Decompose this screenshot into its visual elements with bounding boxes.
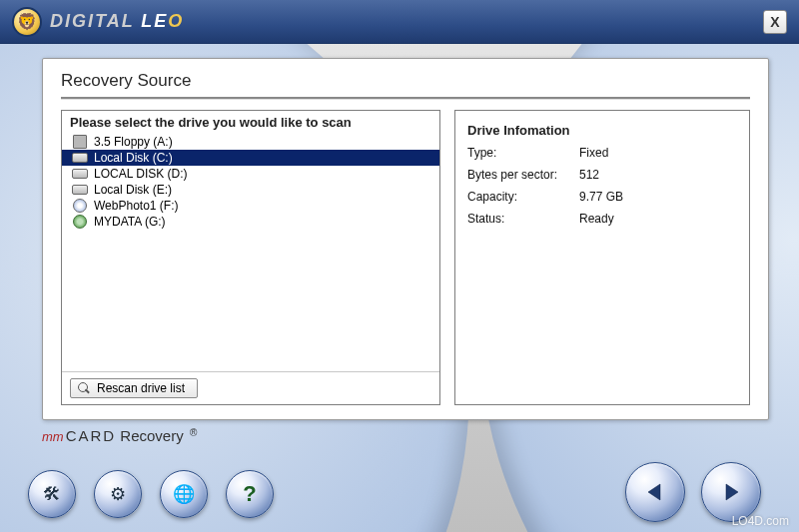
brand-name: DIGITAL LEO [50,11,184,32]
rescan-button[interactable]: Rescan drive list [70,378,198,398]
logo-icon: 🦁 [12,7,42,37]
drive-label: 3.5 Floppy (A:) [94,135,173,149]
panel-content: Please select the drive you would like t… [61,110,750,405]
info-list: Type: Fixed Bytes per sector: 512 Capaci… [467,140,737,226]
next-button[interactable] [701,462,761,522]
product-rest: Recovery [116,427,188,444]
drive-item[interactable]: MYDATA (G:) [62,214,439,230]
disk-icon [72,183,88,197]
disk-icon [72,167,88,181]
rescan-bar: Rescan drive list [62,371,439,404]
gear-icon: ⚙ [110,483,126,505]
floppy-icon [72,135,88,149]
drive-select-box: Please select the drive you would like t… [61,110,440,405]
rescan-label: Rescan drive list [97,381,185,395]
drive-label: WebPhoto1 (F:) [94,199,178,213]
info-header: Drive Infomation [467,119,737,140]
svg-marker-1 [726,484,738,500]
search-icon [77,381,91,395]
drive-item[interactable]: Local Disk (E:) [62,182,439,198]
info-value: Ready [579,212,614,226]
disk-icon [72,151,88,165]
title-bar: 🦁 DIGITAL LEO X [0,0,799,44]
watermark: LO4D.com [732,514,789,528]
brand-part1: DIGITAL [50,11,141,31]
help-button[interactable]: ? [226,470,274,518]
tools-button[interactable]: 🛠 [28,470,76,518]
drive-prompt: Please select the drive you would like t… [62,111,439,132]
product-name: mmCARD Recovery ® [42,427,197,444]
info-row-bps: Bytes per sector: 512 [467,168,737,182]
brand-part2: LE [141,11,168,31]
drive-item[interactable]: 3.5 Floppy (A:) [62,134,439,150]
info-key: Bytes per sector: [467,168,579,182]
help-icon: ? [243,481,256,507]
settings-button[interactable]: ⚙ [94,470,142,518]
drive-label: LOCAL DISK (D:) [94,167,188,181]
main-panel: Recovery Source Please select the drive … [42,58,769,420]
info-value: 9.77 GB [579,190,623,204]
drive-info-box: Drive Infomation Type: Fixed Bytes per s… [454,110,750,405]
close-button[interactable]: X [763,10,787,34]
info-value: Fixed [579,146,608,160]
drive-label: Local Disk (C:) [94,151,173,165]
product-mm: mm [42,429,64,444]
info-value: 512 [579,168,599,182]
wrench-icon: 🛠 [43,484,61,505]
close-icon: X [770,14,779,30]
info-row-type: Type: Fixed [467,146,737,160]
registered-icon: ® [190,427,197,438]
drive-label: MYDATA (G:) [94,215,166,229]
info-key: Status: [467,212,579,226]
info-key: Type: [467,146,579,160]
prev-button[interactable] [625,462,685,522]
drive-item[interactable]: WebPhoto1 (F:) [62,198,439,214]
drive-list[interactable]: 3.5 Floppy (A:)Local Disk (C:)LOCAL DISK… [62,132,439,371]
product-card: CARD [66,427,117,444]
brand-part3: O [168,11,184,31]
info-row-status: Status: Ready [467,212,737,226]
drive-item[interactable]: LOCAL DISK (D:) [62,166,439,182]
net-icon [72,215,88,229]
info-key: Capacity: [467,190,579,204]
cd-icon [72,199,88,213]
panel-title: Recovery Source [61,71,750,91]
arrow-left-icon [643,480,667,504]
globe-icon: 🌐 [173,483,195,505]
update-button[interactable]: 🌐 [160,470,208,518]
nav-buttons [625,462,761,522]
bottom-toolbar: 🛠 ⚙ 🌐 ? [28,470,274,518]
info-row-capacity: Capacity: 9.77 GB [467,190,737,204]
drive-item[interactable]: Local Disk (C:) [62,150,439,166]
drive-label: Local Disk (E:) [94,183,172,197]
title-divider [61,97,750,100]
arrow-right-icon [719,480,743,504]
svg-marker-0 [648,484,660,500]
